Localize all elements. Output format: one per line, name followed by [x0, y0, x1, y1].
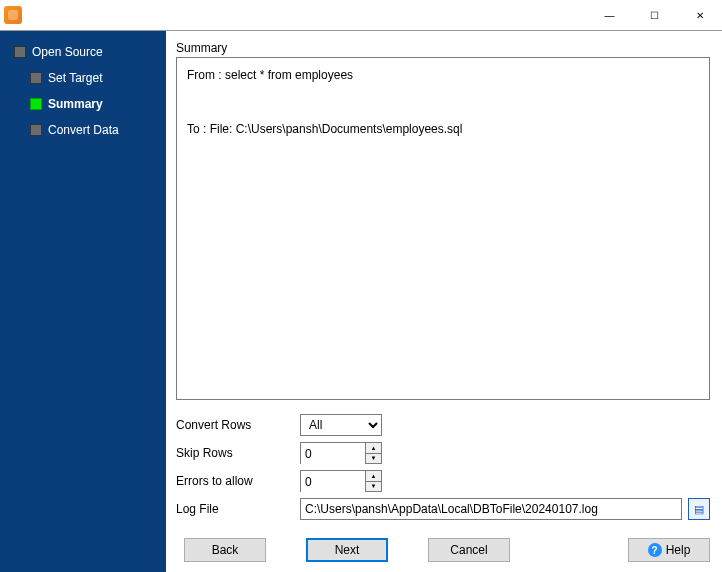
document-icon: ▤	[694, 503, 704, 516]
sidebar-item-set-target[interactable]: Set Target	[0, 65, 166, 91]
spinner-down-icon[interactable]: ▼	[366, 482, 381, 492]
wizard-sidebar: Open Source Set Target Summary Convert D…	[0, 31, 166, 572]
sidebar-item-label: Open Source	[32, 45, 103, 59]
sidebar-item-convert-data[interactable]: Convert Data	[0, 117, 166, 143]
spinner-up-icon[interactable]: ▲	[366, 443, 381, 454]
summary-textarea[interactable]: From : select * from employees To : File…	[176, 57, 710, 400]
main-panel: Summary From : select * from employees T…	[166, 31, 722, 572]
titlebar: — ☐ ✕	[0, 0, 722, 30]
skip-rows-spinner[interactable]: ▲ ▼	[300, 442, 382, 464]
sidebar-item-label: Summary	[48, 97, 103, 111]
node-icon	[30, 98, 42, 110]
sidebar-item-label: Convert Data	[48, 123, 119, 137]
errors-to-allow-input[interactable]	[301, 471, 365, 493]
sidebar-item-label: Set Target	[48, 71, 102, 85]
node-icon	[14, 46, 26, 58]
cancel-button[interactable]: Cancel	[428, 538, 510, 562]
summary-heading: Summary	[176, 41, 710, 55]
help-button-label: Help	[666, 543, 691, 557]
maximize-button[interactable]: ☐	[632, 0, 677, 30]
help-icon: ?	[648, 543, 662, 557]
wizard-button-row: Back Next Cancel ? Help	[176, 538, 710, 562]
errors-to-allow-spinner[interactable]: ▲ ▼	[300, 470, 382, 492]
skip-rows-input[interactable]	[301, 443, 365, 465]
app-icon	[4, 6, 22, 24]
back-button[interactable]: Back	[184, 538, 266, 562]
convert-rows-select[interactable]: All	[300, 414, 382, 436]
sidebar-item-summary[interactable]: Summary	[0, 91, 166, 117]
help-button[interactable]: ? Help	[628, 538, 710, 562]
node-icon	[30, 124, 42, 136]
log-file-label: Log File	[176, 502, 300, 516]
log-file-input[interactable]	[300, 498, 682, 520]
spinner-down-icon[interactable]: ▼	[366, 454, 381, 464]
errors-to-allow-label: Errors to allow	[176, 474, 300, 488]
minimize-button[interactable]: —	[587, 0, 632, 30]
sidebar-item-open-source[interactable]: Open Source	[0, 39, 166, 65]
skip-rows-label: Skip Rows	[176, 446, 300, 460]
close-button[interactable]: ✕	[677, 0, 722, 30]
spinner-up-icon[interactable]: ▲	[366, 471, 381, 482]
convert-rows-label: Convert Rows	[176, 418, 300, 432]
node-icon	[30, 72, 42, 84]
next-button[interactable]: Next	[306, 538, 388, 562]
browse-log-button[interactable]: ▤	[688, 498, 710, 520]
